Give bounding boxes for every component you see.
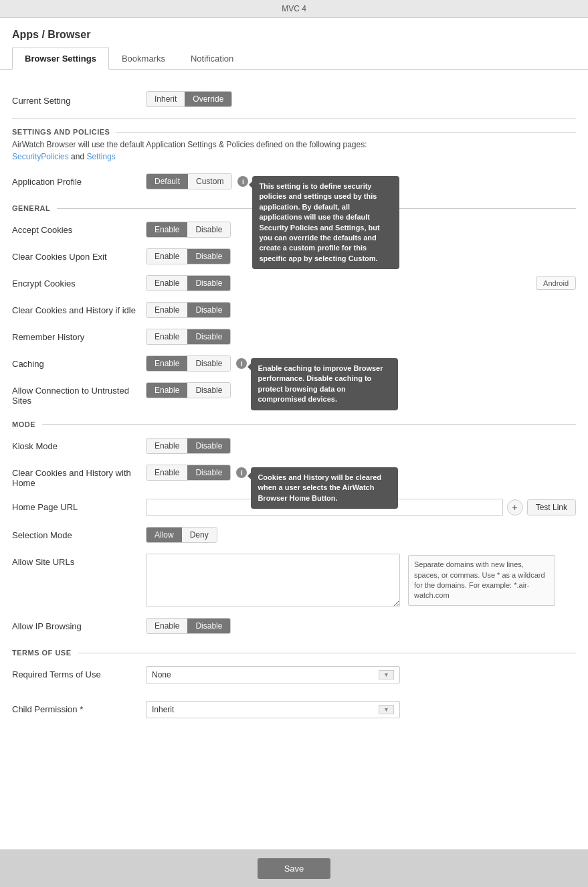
encrypt-cookies-group: Enable Disable	[146, 275, 231, 291]
settings-link[interactable]: Settings	[86, 152, 115, 161]
default-button[interactable]: Default	[146, 174, 188, 189]
title-bar: MVC 4	[0, 0, 588, 18]
caching-disable[interactable]: Disable	[187, 356, 230, 371]
accept-cookies-disable[interactable]: Disable	[187, 222, 230, 237]
allow-site-urls-control: Separate domains with new lines, spaces,…	[146, 554, 576, 607]
custom-button[interactable]: Custom	[188, 174, 231, 189]
remember-history-group: Enable Disable	[146, 329, 231, 345]
current-setting-row: Current Setting Inherit Override	[12, 83, 576, 115]
application-profile-label: Application Profile	[12, 173, 146, 187]
application-profile-control: Default Custom i This setting is to defi…	[146, 173, 576, 189]
selection-mode-control: Allow Deny	[146, 527, 576, 543]
clear-cookies-home-tooltip: Cookies and History will be cleared when…	[251, 467, 398, 509]
clear-cookies-exit-label: Clear Cookies Upon Exit	[12, 248, 146, 262]
clear-cookies-exit-disable[interactable]: Disable	[187, 249, 230, 264]
selection-mode-label: Selection Mode	[12, 527, 146, 540]
footer-bar: Save	[0, 850, 588, 875]
application-profile-row: Application Profile Default Custom i Thi…	[12, 168, 576, 195]
remember-history-enable[interactable]: Enable	[146, 329, 187, 344]
accept-cookies-label: Accept Cookies	[12, 222, 146, 235]
allow-ip-browsing-label: Allow IP Browsing	[12, 618, 146, 631]
clear-cookies-home-label: Clear Cookies and History with Home	[12, 465, 146, 488]
current-setting-control: Inherit Override	[146, 91, 576, 107]
caching-tooltip: Enable caching to improve Browser perfor…	[251, 358, 398, 410]
accept-cookies-enable[interactable]: Enable	[146, 222, 187, 237]
caching-label: Caching	[12, 355, 146, 369]
main-container: Apps / Browser Browser Settings Bookmark…	[0, 18, 588, 875]
clear-cookies-idle-group: Enable Disable	[146, 302, 231, 318]
save-button[interactable]: Save	[258, 858, 331, 875]
remember-history-control: Enable Disable	[146, 329, 576, 345]
clear-cookies-home-disable[interactable]: Disable	[187, 465, 230, 480]
selection-mode-row: Selection Mode Allow Deny	[12, 521, 576, 548]
caching-group: Enable Disable	[146, 355, 231, 372]
caching-row: Caching Enable Disable i Enable caching …	[12, 350, 576, 377]
caching-enable[interactable]: Enable	[146, 356, 187, 371]
allow-site-urls-label: Allow Site URLs	[12, 554, 146, 567]
clear-cookies-exit-enable[interactable]: Enable	[146, 249, 187, 264]
terms-of-use-title: TERMS OF USE	[12, 649, 576, 657]
tab-browser-settings[interactable]: Browser Settings	[12, 48, 109, 70]
application-profile-info-icon[interactable]: i This setting is to define security pol…	[237, 176, 248, 187]
encrypt-cookies-control: Enable Disable Android	[146, 275, 576, 291]
clear-cookies-home-enable[interactable]: Enable	[146, 465, 187, 480]
encrypt-cookies-disable[interactable]: Disable	[187, 276, 230, 291]
kiosk-mode-disable[interactable]: Disable	[187, 438, 230, 453]
allow-site-urls-textarea[interactable]	[146, 554, 400, 607]
allow-connection-enable[interactable]: Enable	[146, 383, 187, 398]
allow-connection-label: Allow Connection to Untrusted Sites	[12, 382, 146, 406]
override-button[interactable]: Override	[185, 92, 231, 106]
caching-info-icon[interactable]: i Enable caching to improve Browser perf…	[236, 358, 247, 369]
required-terms-control: None ▼	[146, 666, 576, 683]
encrypt-cookies-enable[interactable]: Enable	[146, 276, 187, 291]
child-permission-select[interactable]: Inherit ▼	[146, 701, 400, 718]
encrypt-cookies-label: Encrypt Cookies	[12, 275, 146, 289]
clear-cookies-idle-label: Clear Cookies and History if idle	[12, 302, 146, 315]
clear-cookies-home-group: Enable Disable	[146, 465, 231, 481]
selection-mode-group: Allow Deny	[146, 527, 217, 543]
home-page-url-label: Home Page URL	[12, 499, 146, 512]
selection-deny-button[interactable]: Deny	[182, 528, 217, 542]
tabs-bar: Browser Settings Bookmarks Notification	[0, 48, 588, 70]
default-custom-group: Default Custom	[146, 173, 232, 189]
required-terms-select[interactable]: None ▼	[146, 666, 400, 683]
required-terms-arrow: ▼	[379, 670, 394, 679]
tab-bookmarks[interactable]: Bookmarks	[109, 48, 178, 70]
page-title: Apps / Browser	[0, 18, 588, 48]
selection-allow-button[interactable]: Allow	[146, 528, 182, 542]
url-add-button[interactable]: +	[507, 499, 523, 515]
clear-cookies-idle-row: Clear Cookies and History if idle Enable…	[12, 297, 576, 323]
clear-cookies-idle-enable[interactable]: Enable	[146, 303, 187, 317]
kiosk-mode-control: Enable Disable	[146, 438, 576, 454]
inherit-button[interactable]: Inherit	[146, 92, 185, 106]
child-permission-row: Child Permission * Inherit ▼	[12, 696, 576, 724]
allow-connection-disable[interactable]: Disable	[187, 383, 230, 398]
settings-policies-links: SecurityPolicies and Settings	[12, 152, 576, 161]
kiosk-mode-label: Kiosk Mode	[12, 438, 146, 451]
android-badge: Android	[536, 276, 576, 290]
test-link-button[interactable]: Test Link	[527, 499, 576, 515]
title-bar-label: MVC 4	[282, 4, 306, 13]
clear-cookies-home-control: Enable Disable i Cookies and History wil…	[146, 465, 576, 481]
clear-cookies-home-row: Clear Cookies and History with Home Enab…	[12, 459, 576, 493]
required-terms-label: Required Terms of Use	[12, 666, 146, 679]
clear-cookies-idle-disable[interactable]: Disable	[187, 303, 230, 317]
remember-history-disable[interactable]: Disable	[187, 329, 230, 344]
kiosk-mode-enable[interactable]: Enable	[146, 438, 187, 453]
settings-policies-desc: AirWatch Browser will use the default Ap…	[12, 140, 576, 149]
kiosk-mode-row: Kiosk Mode Enable Disable	[12, 432, 576, 459]
remember-history-label: Remember History	[12, 329, 146, 342]
security-policies-link[interactable]: SecurityPolicies	[12, 152, 69, 161]
child-permission-control: Inherit ▼	[146, 701, 576, 718]
allow-ip-browsing-disable[interactable]: Disable	[187, 619, 230, 633]
caching-control: Enable Disable i Enable caching to impro…	[146, 355, 576, 372]
clear-cookies-home-info-icon[interactable]: i Cookies and History will be cleared wh…	[236, 467, 247, 478]
mode-title: MODE	[12, 420, 576, 428]
tab-notification[interactable]: Notification	[178, 48, 246, 70]
allow-connection-group: Enable Disable	[146, 382, 231, 398]
allow-ip-browsing-row: Allow IP Browsing Enable Disable	[12, 613, 576, 639]
allow-ip-browsing-control: Enable Disable	[146, 618, 576, 634]
allow-ip-browsing-enable[interactable]: Enable	[146, 619, 187, 633]
accept-cookies-group: Enable Disable	[146, 222, 231, 238]
allow-ip-browsing-group: Enable Disable	[146, 618, 231, 634]
